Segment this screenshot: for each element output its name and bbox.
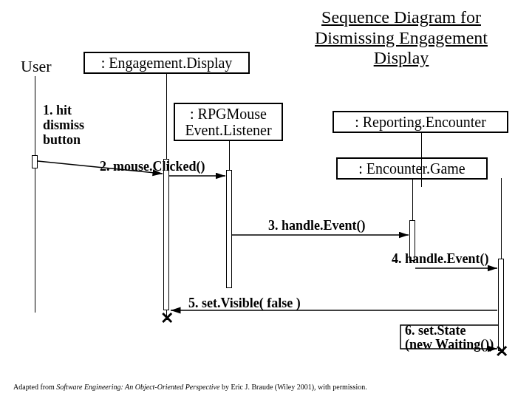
note-line-1: 1. hit (43, 103, 72, 117)
activation-user (32, 155, 38, 168)
msg-6-label: 6. set.State (new Waiting()) (405, 324, 494, 352)
msg-3-label: 3. handle.Event() (268, 218, 366, 233)
object-reporting-encounter: : Reporting.Encounter (332, 111, 508, 133)
credit-pre: Adapted from (13, 383, 56, 391)
msg-2-label: 2. mouse.Clicked() (100, 159, 205, 174)
credit-ital: Software Engineering: An Object-Oriented… (56, 383, 219, 391)
note-line-3: button (43, 132, 81, 147)
actor-user-label: User (21, 57, 52, 76)
credit-line: Adapted from Software Engineering: An Ob… (13, 383, 367, 391)
title-line-1: Sequence Diagram for (321, 7, 481, 27)
note-hit-dismiss: 1. hit dismiss button (43, 103, 84, 147)
object-engagement-display: : Engagement.Display (83, 52, 250, 74)
note-line-2: dismiss (43, 117, 84, 132)
msg-6-line-1: 6. set.State (405, 323, 466, 338)
rpgmouse-line-1: : RPGMouse (190, 106, 267, 122)
object-rpgmouse-listener: : RPGMouse Event.Listener (174, 103, 283, 141)
object-encounter-game: : Encounter.Game (336, 157, 488, 180)
title-line-2: Dismissing Engagement (315, 28, 488, 47)
lifeline-reporting-top (421, 132, 422, 187)
diagram-title: Sequence Diagram for Dismissing Engageme… (287, 7, 516, 69)
activation-engagement (163, 159, 169, 310)
title-line-3: Display (374, 48, 429, 67)
msg-5-label: 5. set.Visible( false ) (188, 296, 301, 311)
msg-4-label: 4. handle.Event() (392, 251, 489, 267)
credit-post: by Eric J. Braude (Wiley 2001), with per… (219, 383, 366, 391)
msg-6-line-2: (new Waiting()) (405, 337, 494, 352)
destruction-reporting: ✕ (495, 342, 508, 361)
destruction-engagement: ✕ (160, 309, 174, 328)
activation-reporting (498, 259, 504, 351)
rpgmouse-line-2: Event.Listener (185, 122, 271, 138)
lifeline-user (35, 76, 35, 313)
activation-rpgmouse (226, 170, 232, 288)
